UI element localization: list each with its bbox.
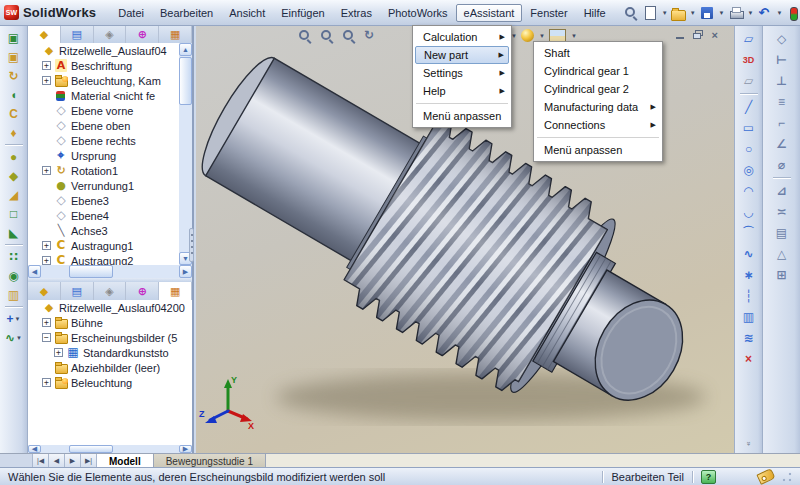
doc-tab-modell[interactable]: Modell bbox=[97, 454, 154, 468]
draft-button[interactable]: ◢ bbox=[2, 185, 26, 204]
menu-item-hilfe[interactable]: Hilfe bbox=[576, 4, 614, 22]
chevron-down-icon[interactable]: ▼ bbox=[539, 33, 545, 39]
tree-item-achse3[interactable]: Achse3 bbox=[28, 223, 179, 238]
tree-item-material-nicht-fe[interactable]: Material <nicht fe bbox=[28, 88, 179, 103]
document-minimize-button[interactable] bbox=[676, 29, 684, 41]
new-part-menu-item-shaft[interactable]: Shaft bbox=[534, 44, 662, 62]
circle-button[interactable]: ○ bbox=[737, 138, 761, 159]
scrollbar-thumb[interactable] bbox=[69, 265, 113, 278]
scrollbar-thumb[interactable] bbox=[179, 57, 192, 105]
zoom-fit-icon[interactable] bbox=[298, 29, 311, 42]
geometric-tolerance-button[interactable]: △ bbox=[770, 243, 794, 264]
panel-tab-configurationmanager[interactable]: ◈ bbox=[94, 282, 127, 300]
expand-icon[interactable]: + bbox=[54, 348, 63, 357]
tree-root-ritzelwelle-auslauf04[interactable]: Ritzelwelle_Auslauf04 bbox=[28, 43, 179, 58]
collapse-icon[interactable]: − bbox=[42, 333, 51, 342]
tree-root-ritzelwelle-auslauf04200[interactable]: Ritzelwelle_Auslauf04200 bbox=[28, 300, 192, 315]
new-part-menu-item-cylindrical-gear-2[interactable]: Cylindrical gear 2 bbox=[534, 80, 662, 98]
perimeter-circle-button[interactable]: ◎ bbox=[737, 159, 761, 180]
3d-sketch-button[interactable]: 3D bbox=[737, 49, 761, 70]
spline-button[interactable]: ∿ bbox=[737, 243, 761, 264]
tree-item-b-hne[interactable]: +Bühne bbox=[28, 315, 192, 330]
panel-tab-featuremanager[interactable]: ◆ bbox=[28, 25, 61, 43]
new-part-menu-item-cylindrical-gear-1[interactable]: Cylindrical gear 1 bbox=[534, 62, 662, 80]
chamfer-button[interactable]: ◆ bbox=[2, 166, 26, 185]
zoom-area-icon[interactable] bbox=[320, 29, 333, 42]
extruded-cut-button[interactable]: ▣ bbox=[2, 47, 26, 66]
tree-item-beschriftung[interactable]: +Beschriftung bbox=[28, 58, 179, 73]
menu-item-datei[interactable]: Datei bbox=[110, 4, 152, 22]
tree-item-austragung2[interactable]: +Austragung2 bbox=[28, 253, 179, 265]
rib-button[interactable]: ◣ bbox=[2, 223, 26, 242]
circular-pattern-button[interactable]: ◉ bbox=[2, 266, 26, 285]
scroll-right-button[interactable]: ▶ bbox=[179, 265, 192, 278]
tree-item-beleuchtung-kam[interactable]: +Beleuchtung, Kam bbox=[28, 73, 179, 88]
expand-icon[interactable]: + bbox=[42, 166, 51, 175]
panel-tab-dimxpertmanager[interactable]: ⊕ bbox=[126, 25, 159, 43]
new-document-button[interactable] bbox=[640, 4, 660, 22]
chevron-down-icon[interactable]: ▼ bbox=[748, 10, 754, 16]
document-close-button[interactable]: × bbox=[712, 29, 718, 41]
expand-icon[interactable]: + bbox=[42, 318, 51, 327]
smart-dimension-button[interactable]: ◇ bbox=[770, 28, 794, 49]
resize-grip[interactable] bbox=[782, 472, 792, 482]
quick-tips-help-button[interactable]: ? bbox=[701, 470, 716, 484]
eassistant-menu-item-settings[interactable]: Settings▶ bbox=[413, 64, 511, 82]
eassistant-menu-item-men-anpassen[interactable]: Menü anpassen bbox=[413, 107, 511, 125]
print-button[interactable] bbox=[726, 4, 746, 22]
panel-tab-propertymanager[interactable]: ▤ bbox=[61, 25, 94, 43]
toolbar-more-chevron-icon[interactable]: « bbox=[744, 443, 753, 445]
chevron-down-icon[interactable]: ▼ bbox=[15, 316, 21, 322]
tangent-arc-button[interactable]: ◡ bbox=[737, 201, 761, 222]
three-point-arc-button[interactable]: ⌒ bbox=[737, 222, 761, 243]
tab-nav-first-button[interactable]: |◀ bbox=[33, 454, 49, 468]
diameter-dimension-button[interactable]: ⌀ bbox=[770, 154, 794, 175]
tree-item-ursprung[interactable]: Ursprung bbox=[28, 148, 179, 163]
shell-button[interactable]: □ bbox=[2, 204, 26, 223]
centerpoint-arc-button[interactable]: ◠ bbox=[737, 180, 761, 201]
panel-tab-dimxpertmanager[interactable]: ⊕ bbox=[126, 282, 159, 300]
modify-sketch-button[interactable]: ▱ bbox=[737, 70, 761, 91]
line-button[interactable]: ╱ bbox=[737, 96, 761, 117]
expand-icon[interactable]: + bbox=[42, 241, 51, 250]
zoom-in-out-icon[interactable] bbox=[342, 29, 355, 42]
chevron-down-icon[interactable]: ▼ bbox=[776, 10, 782, 16]
rectangle-button[interactable]: ▭ bbox=[737, 117, 761, 138]
curves-button[interactable]: ∿▼ bbox=[2, 328, 26, 347]
centerline-button[interactable]: ┆ bbox=[737, 285, 761, 306]
ordinate-dimension-button[interactable]: ⌐ bbox=[770, 112, 794, 133]
eassistant-menu-item-calculation[interactable]: Calculation▶ bbox=[413, 28, 511, 46]
menu-item-photoworks[interactable]: PhotoWorks bbox=[380, 4, 456, 22]
display-relations-button[interactable]: ≍ bbox=[770, 201, 794, 222]
appearance-icon[interactable] bbox=[521, 29, 534, 42]
feature-tree-hscrollbar[interactable]: ◀ ▶ bbox=[28, 265, 192, 278]
traffic-light-button[interactable] bbox=[783, 4, 800, 22]
expand-icon[interactable]: + bbox=[42, 76, 51, 85]
document-restore-button[interactable] bbox=[693, 29, 703, 41]
panel-tab-displaymanager[interactable]: ▦ bbox=[159, 282, 192, 300]
new-part-menu-item-manufacturing-data[interactable]: Manufacturing data▶ bbox=[534, 98, 662, 116]
scroll-left-button[interactable]: ◀ bbox=[28, 445, 41, 453]
scroll-up-button[interactable]: ▲ bbox=[179, 43, 192, 56]
tree-item-rotation1[interactable]: +Rotation1 bbox=[28, 163, 179, 178]
panel-tab-featuremanager[interactable]: ◆ bbox=[28, 282, 61, 300]
tree-item-ebene-oben[interactable]: Ebene oben bbox=[28, 118, 179, 133]
scroll-left-button[interactable]: ◀ bbox=[28, 265, 41, 278]
menu-item-fenster[interactable]: Fenster bbox=[522, 4, 575, 22]
scrollbar-thumb[interactable] bbox=[69, 445, 113, 453]
rotate-view-icon[interactable]: ↻ bbox=[364, 29, 374, 42]
baseline-dimension-button[interactable]: ≡ bbox=[770, 91, 794, 112]
dome-button[interactable]: ◖ bbox=[2, 85, 26, 104]
eassistant-menu-item-help[interactable]: Help▶ bbox=[413, 82, 511, 100]
new-part-menu-item-connections[interactable]: Connections▶ bbox=[534, 116, 662, 134]
panel-tab-configurationmanager[interactable]: ◈ bbox=[94, 25, 127, 43]
scroll-right-button[interactable]: ▶ bbox=[179, 445, 192, 453]
eassistant-menu-item-new-part[interactable]: New part▶ bbox=[415, 46, 509, 64]
datum-feature-button[interactable]: ⊞ bbox=[770, 264, 794, 285]
tree-item-ebene-vorne[interactable]: Ebene vorne bbox=[28, 103, 179, 118]
linear-pattern-button[interactable]: ∷ bbox=[2, 247, 26, 266]
expand-icon[interactable]: + bbox=[42, 378, 51, 387]
menu-item-ansicht[interactable]: Ansicht bbox=[221, 4, 273, 22]
display-tree-hscrollbar[interactable]: ◀ ▶ bbox=[28, 445, 192, 453]
angular-dimension-button[interactable]: ∠ bbox=[770, 133, 794, 154]
